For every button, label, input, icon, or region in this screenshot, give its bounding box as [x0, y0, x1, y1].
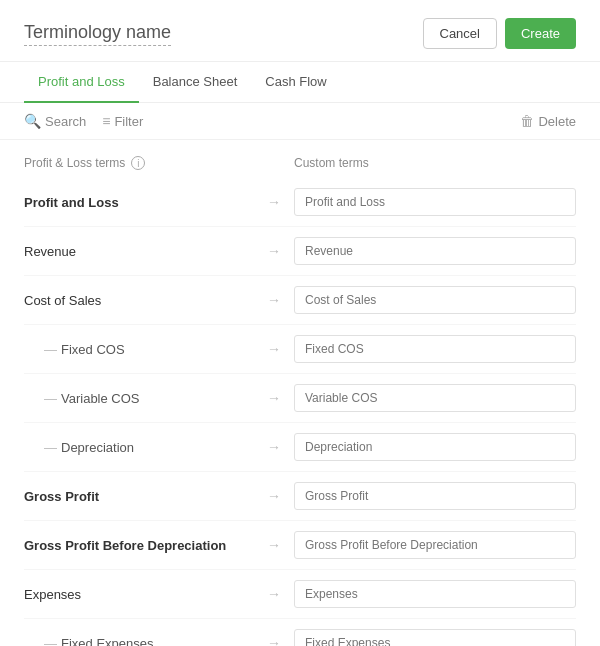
search-button[interactable]: 🔍 Search: [24, 113, 86, 129]
terms-list: Profit and Loss→Revenue→Cost of Sales→—F…: [24, 178, 576, 646]
arrow-icon-variable-cos: →: [254, 390, 294, 406]
table-row: Cost of Sales→: [24, 276, 576, 325]
arrow-icon-depreciation: →: [254, 439, 294, 455]
term-label-expenses: Expenses: [24, 587, 254, 602]
cancel-button[interactable]: Cancel: [423, 18, 497, 49]
table-row: Revenue→: [24, 227, 576, 276]
table-row: Expenses→: [24, 570, 576, 619]
arrow-icon-expenses: →: [254, 586, 294, 602]
term-label-fixed-cos: —Fixed COS: [24, 342, 254, 357]
indent-dash: —: [44, 391, 57, 406]
custom-input-expenses[interactable]: [294, 580, 576, 608]
indent-dash: —: [44, 440, 57, 455]
content: Profit & Loss terms i Custom terms Profi…: [0, 140, 600, 646]
term-label-gross-profit-before-depreciation: Gross Profit Before Depreciation: [24, 538, 254, 553]
custom-input-cost-of-sales[interactable]: [294, 286, 576, 314]
term-label-revenue: Revenue: [24, 244, 254, 259]
table-row: —Fixed COS→: [24, 325, 576, 374]
left-column-header: Profit & Loss terms i: [24, 156, 294, 170]
table-row: —Fixed Expenses→: [24, 619, 576, 646]
term-label-variable-cos: —Variable COS: [24, 391, 254, 406]
right-column-header: Custom terms: [294, 156, 576, 170]
delete-label: Delete: [538, 114, 576, 129]
custom-input-profit-and-loss[interactable]: [294, 188, 576, 216]
indent-dash: —: [44, 636, 57, 647]
arrow-icon-gross-profit-before-depreciation: →: [254, 537, 294, 553]
search-icon: 🔍: [24, 113, 41, 129]
search-label: Search: [45, 114, 86, 129]
tab-cash-flow[interactable]: Cash Flow: [251, 62, 340, 103]
tabs: Profit and Loss Balance Sheet Cash Flow: [0, 62, 600, 103]
header-actions: Cancel Create: [423, 18, 577, 49]
page-title: Terminology name: [24, 22, 171, 46]
table-row: —Depreciation→: [24, 423, 576, 472]
indent-dash: —: [44, 342, 57, 357]
delete-icon: 🗑: [520, 113, 534, 129]
toolbar-left: 🔍 Search ≡ Filter: [24, 113, 143, 129]
table-row: Gross Profit→: [24, 472, 576, 521]
info-icon[interactable]: i: [131, 156, 145, 170]
tab-balance-sheet[interactable]: Balance Sheet: [139, 62, 252, 103]
arrow-icon-fixed-expenses: →: [254, 635, 294, 646]
custom-input-variable-cos[interactable]: [294, 384, 576, 412]
arrow-icon-cost-of-sales: →: [254, 292, 294, 308]
toolbar: 🔍 Search ≡ Filter 🗑 Delete: [0, 103, 600, 140]
custom-input-gross-profit[interactable]: [294, 482, 576, 510]
arrow-icon-profit-and-loss: →: [254, 194, 294, 210]
table-row: Profit and Loss→: [24, 178, 576, 227]
filter-button[interactable]: ≡ Filter: [102, 113, 143, 129]
delete-button[interactable]: 🗑 Delete: [520, 113, 576, 129]
custom-input-depreciation[interactable]: [294, 433, 576, 461]
term-label-profit-and-loss: Profit and Loss: [24, 195, 254, 210]
arrow-icon-fixed-cos: →: [254, 341, 294, 357]
header: Terminology name Cancel Create: [0, 0, 600, 62]
filter-label: Filter: [114, 114, 143, 129]
table-row: —Variable COS→: [24, 374, 576, 423]
custom-input-fixed-cos[interactable]: [294, 335, 576, 363]
term-label-depreciation: —Depreciation: [24, 440, 254, 455]
table-row: Gross Profit Before Depreciation→: [24, 521, 576, 570]
custom-input-gross-profit-before-depreciation[interactable]: [294, 531, 576, 559]
tab-profit-and-loss[interactable]: Profit and Loss: [24, 62, 139, 103]
arrow-icon-revenue: →: [254, 243, 294, 259]
filter-icon: ≡: [102, 113, 110, 129]
custom-input-revenue[interactable]: [294, 237, 576, 265]
custom-input-fixed-expenses[interactable]: [294, 629, 576, 646]
arrow-icon-gross-profit: →: [254, 488, 294, 504]
column-headers: Profit & Loss terms i Custom terms: [24, 140, 576, 178]
term-label-cost-of-sales: Cost of Sales: [24, 293, 254, 308]
create-button[interactable]: Create: [505, 18, 576, 49]
term-label-fixed-expenses: —Fixed Expenses: [24, 636, 254, 647]
term-label-gross-profit: Gross Profit: [24, 489, 254, 504]
